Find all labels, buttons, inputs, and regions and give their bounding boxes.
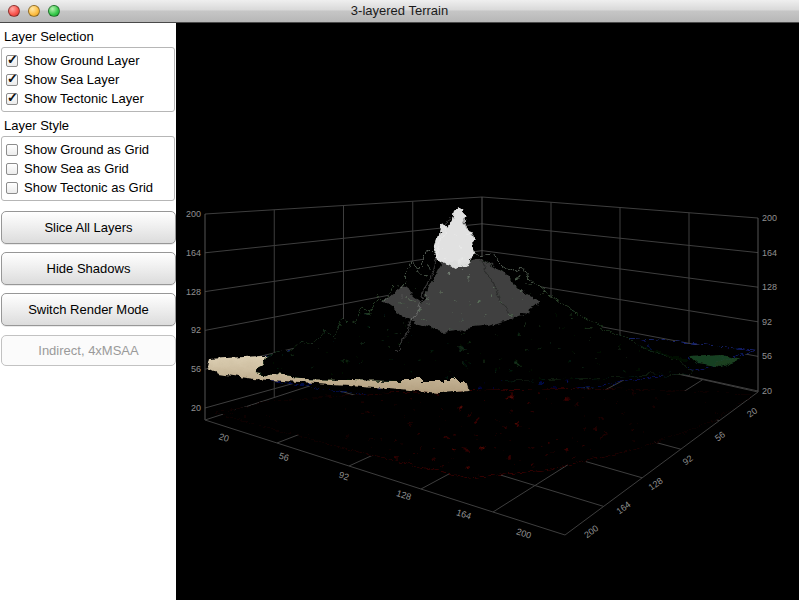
svg-text:20: 20 (745, 406, 759, 420)
svg-text:164: 164 (762, 248, 777, 258)
switch-render-mode-button[interactable]: Switch Render Mode (1, 293, 176, 326)
checkbox-label: Show Tectonic Layer (24, 91, 144, 106)
traffic-lights (8, 5, 60, 17)
terrain-layers (206, 205, 755, 477)
show-ground-layer-checkbox[interactable] (6, 55, 18, 67)
svg-text:20: 20 (218, 431, 231, 444)
show-ground-as-grid-checkbox[interactable] (6, 144, 18, 156)
show-tectonic-layer-checkbox[interactable] (6, 93, 18, 105)
svg-text:92: 92 (762, 317, 772, 327)
close-button[interactable] (8, 5, 20, 17)
svg-text:56: 56 (278, 451, 291, 464)
terrain-3d-view[interactable]: 2001641289256202001641289256202056921281… (177, 23, 799, 600)
layer-selection-panel: Show Ground Layer Show Sea Layer Show Te… (1, 47, 175, 112)
svg-text:92: 92 (191, 325, 201, 335)
checkbox-row-show-ground-as-grid[interactable]: Show Ground as Grid (6, 140, 170, 159)
checkbox-row-show-tectonic-layer[interactable]: Show Tectonic Layer (6, 89, 170, 108)
svg-text:20: 20 (191, 403, 201, 413)
hide-shadows-button[interactable]: Hide Shadows (1, 252, 176, 285)
svg-text:200: 200 (582, 523, 600, 540)
layer-style-panel: Show Ground as Grid Show Sea as Grid Sho… (1, 136, 175, 201)
show-sea-as-grid-checkbox[interactable] (6, 163, 18, 175)
slice-all-layers-button[interactable]: Slice All Layers (1, 211, 176, 244)
titlebar[interactable]: 3-layered Terrain (0, 0, 799, 23)
checkbox-label: Show Ground as Grid (24, 142, 149, 157)
window-title: 3-layered Terrain (0, 0, 799, 22)
svg-text:128: 128 (647, 476, 665, 493)
svg-text:164: 164 (614, 499, 632, 516)
svg-text:200: 200 (762, 213, 777, 223)
svg-text:200: 200 (186, 209, 201, 219)
svg-text:128: 128 (762, 282, 777, 292)
checkbox-label: Show Sea Layer (24, 72, 119, 87)
svg-text:20: 20 (762, 386, 772, 396)
render-viewport: 2001641289256202001641289256202056921281… (177, 23, 799, 600)
svg-text:92: 92 (338, 470, 351, 483)
checkbox-label: Show Tectonic as Grid (24, 180, 153, 195)
checkbox-row-show-tectonic-as-grid[interactable]: Show Tectonic as Grid (6, 178, 170, 197)
minimize-button[interactable] (28, 5, 40, 17)
svg-text:128: 128 (186, 287, 201, 297)
layer-style-heading: Layer Style (0, 114, 176, 136)
checkbox-row-show-ground-layer[interactable]: Show Ground Layer (6, 51, 170, 70)
svg-text:128: 128 (395, 488, 412, 502)
svg-text:56: 56 (191, 364, 201, 374)
svg-text:164: 164 (186, 248, 201, 258)
checkbox-label: Show Sea as Grid (24, 161, 129, 176)
zoom-button[interactable] (48, 5, 60, 17)
svg-text:92: 92 (681, 453, 695, 467)
svg-text:200: 200 (515, 526, 532, 540)
layer-selection-heading: Layer Selection (0, 25, 176, 47)
checkbox-label: Show Ground Layer (24, 53, 140, 68)
show-tectonic-as-grid-checkbox[interactable] (6, 182, 18, 194)
control-sidebar: Layer Selection Show Ground Layer Show S… (0, 23, 177, 600)
checkbox-row-show-sea-layer[interactable]: Show Sea Layer (6, 70, 170, 89)
svg-text:56: 56 (713, 429, 727, 443)
show-sea-layer-checkbox[interactable] (6, 74, 18, 86)
svg-text:164: 164 (455, 507, 472, 521)
svg-text:56: 56 (762, 351, 772, 361)
window-content: Layer Selection Show Ground Layer Show S… (0, 23, 799, 600)
render-mode-status: Indirect, 4xMSAA (1, 335, 176, 366)
checkbox-row-show-sea-as-grid[interactable]: Show Sea as Grid (6, 159, 170, 178)
app-window: 3-layered Terrain Layer Selection Show G… (0, 0, 799, 600)
